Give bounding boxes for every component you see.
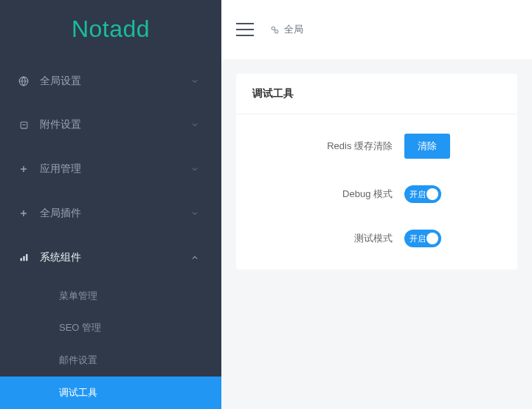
sidebar-sub-mail-settings[interactable]: 邮件设置 (0, 344, 221, 377)
sidebar-item-label: 全局设置 (40, 75, 81, 88)
toggle-state-label: 开启 (410, 189, 426, 200)
component-icon (18, 252, 30, 264)
sidebar: Notadd 全局设置 附件设置 应用管理 全局插件 (0, 0, 221, 409)
chevron-down-icon (190, 120, 199, 129)
sidebar-item-label: 应用管理 (40, 162, 81, 176)
toggle-knob (426, 188, 438, 200)
sidebar-item-label: 附件设置 (40, 118, 81, 131)
clear-cache-button[interactable]: 清除 (404, 134, 450, 159)
sidebar-item-global-settings[interactable]: 全局设置 (0, 59, 221, 103)
redis-cache-label: Redis 缓存清除 (257, 140, 404, 153)
chevron-down-icon (190, 165, 199, 173)
brand-logo: Notadd (72, 16, 150, 43)
panel-debug-tools: 调试工具 Redis 缓存清除 清除 Debug 模式 开启 测试模式 (236, 74, 517, 269)
sidebar-sub-label: 调试工具 (59, 386, 97, 399)
debug-mode-toggle[interactable]: 开启 (404, 185, 441, 203)
sidebar-item-system-components[interactable]: 系统组件 (0, 236, 221, 280)
chevron-down-icon (190, 77, 199, 86)
chevron-up-icon (190, 253, 199, 262)
sidebar-sub-label: SEO 管理 (59, 321, 101, 334)
panel-body: Redis 缓存清除 清除 Debug 模式 开启 测试模式 (236, 114, 517, 269)
svg-rect-2 (22, 124, 25, 125)
svg-rect-9 (26, 254, 27, 261)
sidebar-sub-debug-tools[interactable]: 调试工具 (0, 377, 221, 409)
sidebar-sub-label: 菜单管理 (59, 289, 97, 303)
sidebar-sub-label: 邮件设置 (59, 354, 97, 367)
tools-icon (270, 25, 280, 35)
plus-icon (18, 163, 30, 175)
topbar: 全局 (221, 0, 532, 59)
plus-icon (18, 207, 30, 219)
menu-toggle-button[interactable] (236, 23, 254, 36)
test-mode-toggle[interactable]: 开启 (404, 230, 441, 247)
row-redis-cache: Redis 缓存清除 清除 (257, 134, 497, 159)
chevron-down-icon (190, 209, 199, 218)
globe-icon (18, 75, 30, 87)
panel-title: 调试工具 (236, 74, 517, 114)
sidebar-item-label: 全局插件 (40, 207, 81, 220)
toggle-knob (426, 233, 438, 244)
svg-rect-7 (20, 258, 21, 261)
sidebar-sub-seo-management[interactable]: SEO 管理 (0, 312, 221, 344)
file-icon (18, 119, 30, 131)
toggle-state-label: 开启 (410, 233, 426, 244)
row-debug-mode: Debug 模式 开启 (257, 185, 497, 203)
sidebar-item-global-plugins[interactable]: 全局插件 (0, 191, 221, 236)
logo-area: Notadd (0, 0, 221, 59)
breadcrumb-root[interactable]: 全局 (284, 23, 303, 36)
svg-rect-8 (23, 256, 24, 261)
sidebar-item-app-management[interactable]: 应用管理 (0, 147, 221, 191)
svg-line-12 (274, 29, 275, 30)
main-area: 全局 调试工具 Redis 缓存清除 清除 Debug 模式 开启 (221, 0, 532, 409)
test-mode-label: 测试模式 (257, 232, 404, 245)
sidebar-item-label: 系统组件 (40, 251, 81, 264)
row-test-mode: 测试模式 开启 (257, 230, 497, 247)
debug-mode-label: Debug 模式 (257, 188, 404, 201)
sidebar-item-attachment-settings[interactable]: 附件设置 (0, 103, 221, 148)
sidebar-sub-menu-management[interactable]: 菜单管理 (0, 280, 221, 312)
breadcrumb: 全局 (270, 23, 303, 36)
